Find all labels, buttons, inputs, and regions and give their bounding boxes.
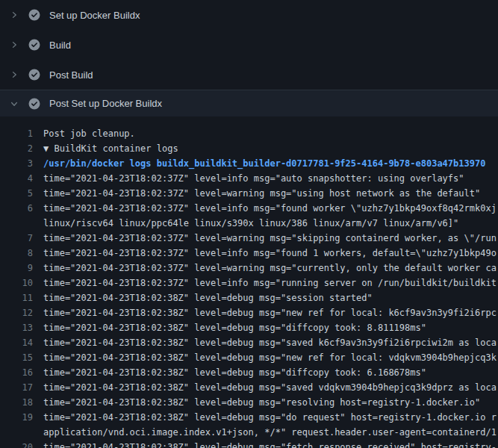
line-number[interactable]: 7 (0, 231, 33, 246)
log-line-text: time="2021-04-23T18:02:38Z" level=debug … (33, 290, 498, 305)
log-line: 11time="2021-04-23T18:02:38Z" level=debu… (0, 290, 498, 305)
chevron-down-icon (9, 99, 19, 109)
log-line: 20time="2021-04-23T18:02:38Z" level=debu… (0, 440, 498, 448)
log-line-text: time="2021-04-23T18:02:37Z" level=warnin… (33, 186, 498, 201)
line-number[interactable]: 14 (0, 335, 33, 350)
workflow-log-viewer: Set up Docker BuildxBuildPost BuildPost … (0, 0, 498, 448)
line-number[interactable]: 8 (0, 246, 33, 261)
step-label: Post Build (49, 69, 93, 81)
line-number[interactable]: 13 (0, 320, 33, 335)
log-line: 10time="2021-04-23T18:02:37Z" level=info… (0, 276, 498, 290)
log-line: 13time="2021-04-23T18:02:38Z" level=debu… (0, 320, 498, 335)
log-line: 16time="2021-04-23T18:02:38Z" level=debu… (0, 365, 498, 380)
log-line-text: time="2021-04-23T18:02:38Z" level=debug … (33, 410, 498, 425)
log-line-text: time="2021-04-23T18:02:38Z" level=debug … (33, 320, 498, 335)
line-number[interactable]: 19 (0, 410, 33, 425)
chevron-right-icon (9, 10, 19, 20)
log-line-text: time="2021-04-23T18:02:38Z" level=debug … (33, 305, 498, 320)
log-line-text: time="2021-04-23T18:02:38Z" level=debug … (33, 440, 498, 448)
log-line: 14time="2021-04-23T18:02:38Z" level=debu… (0, 335, 498, 350)
step-header[interactable]: Post Build (0, 60, 498, 90)
step-label: Set up Docker Buildx (49, 10, 140, 21)
line-number[interactable]: 5 (0, 186, 33, 201)
line-number[interactable]: 11 (0, 290, 33, 305)
line-number[interactable]: 12 (0, 305, 33, 320)
line-number[interactable]: 4 (0, 171, 33, 186)
log-line: 19time="2021-04-23T18:02:38Z" level=debu… (0, 410, 498, 425)
log-line: 6time="2021-04-23T18:02:37Z" level=info … (0, 201, 498, 216)
line-number[interactable]: 16 (0, 365, 33, 380)
log-line: 8time="2021-04-23T18:02:37Z" level=info … (0, 246, 498, 261)
log-line-text: time="2021-04-23T18:02:38Z" level=debug … (33, 365, 498, 380)
line-number[interactable]: 6 (0, 201, 33, 216)
line-number[interactable]: 3 (0, 156, 33, 171)
log-line-text: time="2021-04-23T18:02:37Z" level=info m… (33, 246, 498, 261)
step-header[interactable]: Build (0, 30, 498, 60)
log-line: 4time="2021-04-23T18:02:37Z" level=info … (0, 171, 498, 186)
step-list: Set up Docker BuildxBuildPost BuildPost … (0, 0, 498, 116)
line-number (0, 425, 33, 440)
line-number (0, 216, 33, 231)
log-line: 2▼ BuildKit container logs (0, 141, 498, 156)
check-circle-icon (28, 69, 40, 81)
log-line-text: time="2021-04-23T18:02:37Z" level=info m… (33, 171, 498, 186)
log-line: 12time="2021-04-23T18:02:38Z" level=debu… (0, 305, 498, 320)
log-line: application/vnd.oci.image.index.v1+json,… (0, 425, 498, 440)
step-label: Build (49, 40, 71, 51)
log-line-text: linux/riscv64 linux/ppc64le linux/s390x … (33, 216, 498, 231)
log-line-text: time="2021-04-23T18:02:37Z" level=warnin… (33, 231, 498, 246)
log-line-text: application/vnd.oci.image.index.v1+json,… (33, 425, 498, 440)
log-line: linux/riscv64 linux/ppc64le linux/s390x … (0, 216, 498, 231)
log-line: 3/usr/bin/docker logs buildx_buildkit_bu… (0, 156, 498, 171)
log-line-text: time="2021-04-23T18:02:37Z" level=warnin… (33, 261, 498, 276)
step-header[interactable]: Post Set up Docker Buildx (0, 90, 498, 116)
line-number[interactable]: 9 (0, 261, 33, 276)
log-line: 17time="2021-04-23T18:02:38Z" level=debu… (0, 380, 498, 395)
log-line-text: time="2021-04-23T18:02:38Z" level=debug … (33, 335, 498, 350)
log-command-text: /usr/bin/docker logs buildx_buildkit_bui… (33, 156, 498, 171)
log-line: 1Post job cleanup. (0, 126, 498, 141)
chevron-right-icon (9, 69, 19, 80)
log-line: 9time="2021-04-23T18:02:37Z" level=warni… (0, 261, 498, 276)
check-circle-icon (28, 9, 40, 21)
line-number[interactable]: 20 (0, 440, 33, 448)
log-line: 15time="2021-04-23T18:02:38Z" level=debu… (0, 350, 498, 365)
log-line: 5time="2021-04-23T18:02:37Z" level=warni… (0, 186, 498, 201)
log-line-text: time="2021-04-23T18:02:37Z" level=info m… (33, 201, 498, 216)
line-number[interactable]: 17 (0, 380, 33, 395)
step-label: Post Set up Docker Buildx (49, 98, 162, 109)
check-circle-icon (28, 98, 40, 110)
log-line-text: time="2021-04-23T18:02:38Z" level=debug … (33, 350, 498, 365)
log-line: 7time="2021-04-23T18:02:37Z" level=warni… (0, 231, 498, 246)
line-number[interactable]: 18 (0, 395, 33, 410)
log-area: 1Post job cleanup.2▼ BuildKit container … (0, 116, 498, 448)
log-line-text: time="2021-04-23T18:02:38Z" level=debug … (33, 380, 498, 395)
log-line-text: time="2021-04-23T18:02:38Z" level=debug … (33, 395, 498, 410)
line-number[interactable]: 15 (0, 350, 33, 365)
log-line-text: Post job cleanup. (33, 126, 498, 141)
log-line: 18time="2021-04-23T18:02:38Z" level=debu… (0, 395, 498, 410)
chevron-right-icon (9, 40, 19, 50)
log-line-text: time="2021-04-23T18:02:37Z" level=info m… (33, 276, 498, 290)
line-number[interactable]: 2 (0, 141, 33, 156)
check-circle-icon (28, 39, 40, 51)
log-group-toggle[interactable]: ▼ BuildKit container logs (33, 141, 498, 156)
line-number[interactable]: 1 (0, 126, 33, 141)
step-header[interactable]: Set up Docker Buildx (0, 0, 498, 30)
line-number[interactable]: 10 (0, 276, 33, 290)
